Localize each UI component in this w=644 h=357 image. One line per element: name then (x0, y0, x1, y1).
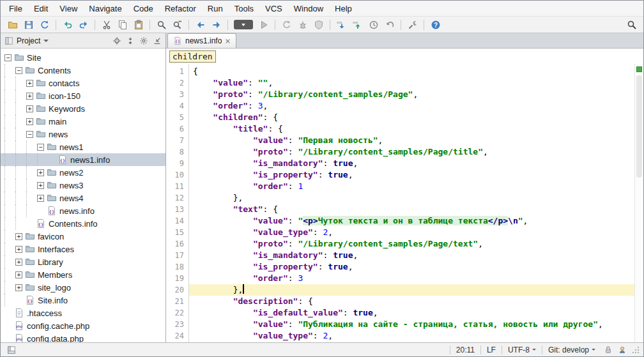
expand-toggle[interactable]: + (26, 93, 33, 100)
inspections-profile-icon[interactable] (618, 346, 627, 354)
code-line-23[interactable]: "value": "Публикация на сайте - страница… (189, 319, 634, 330)
expand-toggle[interactable]: − (4, 54, 12, 61)
line-number-2[interactable]: 2 (166, 77, 184, 89)
menu-vcs[interactable]: VCS (259, 2, 288, 15)
synchronize-button[interactable] (36, 18, 52, 32)
tree-item-contacts[interactable]: +contacts (1, 77, 165, 89)
editor-gutter[interactable]: 123456789101112131415161718192021222324 (166, 64, 189, 342)
locate-icon[interactable] (112, 36, 121, 45)
caret-position[interactable]: 20:11 (450, 346, 480, 354)
collapse-all-icon[interactable] (126, 36, 135, 45)
code-line-22[interactable]: "is_default_value": true, (189, 307, 634, 319)
tree-item-keywords[interactable]: +Keywords (1, 102, 165, 115)
code-line-24[interactable]: "value_type": 2, (189, 330, 634, 342)
hide-panel-icon[interactable] (153, 36, 162, 45)
update-project-button[interactable]: vcs (334, 18, 349, 32)
menu-refactor[interactable]: Refactor (159, 2, 202, 15)
tab-news1-info[interactable]: {} news1.info (167, 33, 236, 48)
code-line-21[interactable]: "description": { (189, 296, 634, 307)
tree-item-news3[interactable]: +news3 (1, 179, 165, 192)
tree-item-news[interactable]: −news (1, 128, 165, 141)
expand-toggle[interactable]: + (26, 80, 33, 87)
run-button[interactable] (256, 18, 272, 32)
code-line-13[interactable]: "text": { (189, 204, 634, 215)
line-number-11[interactable]: 11 (166, 181, 184, 192)
back-button[interactable] (192, 18, 208, 32)
tree-item-contents-info[interactable]: {}Contents.info (1, 217, 165, 230)
copy-button[interactable] (114, 18, 130, 32)
git-branch[interactable]: Git: develop (542, 346, 601, 354)
redo-button[interactable] (75, 18, 91, 32)
line-number-1[interactable]: 1 (166, 66, 184, 77)
menu-navigate[interactable]: Navigate (83, 2, 127, 15)
code-line-10[interactable]: "is_property": true, (189, 169, 634, 181)
expand-toggle[interactable]: + (26, 105, 33, 112)
line-separator[interactable]: LF (481, 346, 502, 354)
tree-item-config-cache-php[interactable]: phpconfig.cache.php (1, 319, 165, 332)
rerun-button[interactable] (279, 18, 295, 32)
code-line-8[interactable]: "proto": "/Library/content_samples/Page/… (189, 146, 634, 158)
expand-toggle[interactable]: − (37, 144, 44, 151)
code-line-14[interactable]: "value": "<p>Чуток текста и он в таблице… (189, 215, 634, 227)
menu-view[interactable]: View (54, 2, 83, 15)
menu-help[interactable]: Help (329, 2, 358, 15)
code-line-4[interactable]: "order": 3, (189, 100, 634, 112)
line-number-3[interactable]: 3 (166, 89, 184, 100)
line-number-7[interactable]: 7 (166, 135, 184, 146)
expand-toggle[interactable]: + (37, 195, 44, 202)
toolwindow-switcher-icon[interactable] (7, 346, 16, 354)
expand-toggle[interactable]: + (15, 271, 22, 278)
tree-item-library[interactable]: +Library (1, 255, 165, 268)
line-number-15[interactable]: 15 (166, 227, 184, 238)
file-encoding[interactable]: UTF-8 (502, 346, 542, 354)
tree-item-news1-info[interactable]: {}news1.info (1, 153, 165, 166)
tree-item-news2[interactable]: +news2 (1, 166, 165, 179)
expand-toggle[interactable]: + (26, 118, 33, 125)
line-number-9[interactable]: 9 (166, 158, 184, 169)
tree-item-news4[interactable]: +news4 (1, 192, 165, 204)
line-number-4[interactable]: 4 (166, 100, 184, 112)
code-line-16[interactable]: "proto": "/Library/content_samples/Page/… (189, 238, 634, 250)
tree-item-favicon[interactable]: +favicon (1, 230, 165, 243)
rollback-button[interactable] (381, 18, 397, 32)
line-number-12[interactable]: 12 (166, 192, 184, 204)
line-number-13[interactable]: 13 (166, 204, 184, 215)
lock-icon[interactable] (604, 346, 613, 354)
code-area[interactable]: { "value": "", "proto": "/Library/conten… (189, 64, 634, 342)
code-line-20[interactable]: }, (189, 284, 634, 296)
coverage-button[interactable] (310, 18, 326, 32)
save-all-button[interactable] (20, 18, 36, 32)
help-button[interactable]: ? (427, 18, 443, 32)
tree-item-icon-150[interactable]: +icon-150 (1, 89, 165, 102)
menu-edit[interactable]: Edit (28, 2, 54, 15)
run-configurations-combo[interactable] (234, 20, 253, 29)
expand-toggle[interactable]: − (26, 131, 33, 138)
tree-item-main[interactable]: +main (1, 115, 165, 128)
line-number-18[interactable]: 18 (166, 261, 184, 273)
line-number-17[interactable]: 17 (166, 250, 184, 261)
code-line-5[interactable]: "children": { (189, 112, 634, 123)
menu-window[interactable]: Window (288, 2, 329, 15)
tree-item-contents[interactable]: −Contents (1, 64, 165, 77)
code-line-6[interactable]: "title": { (189, 123, 634, 135)
line-number-14[interactable]: 14 (166, 215, 184, 227)
code-line-7[interactable]: "value": "Первая новость", (189, 135, 634, 146)
tree-item-site-info[interactable]: {}Site.info (1, 294, 165, 307)
forward-button[interactable] (208, 18, 224, 32)
code-line-17[interactable]: "is_mandatory": true, (189, 250, 634, 261)
tree-item-news-info[interactable]: {}news.info (1, 204, 165, 217)
line-number-8[interactable]: 8 (166, 146, 184, 158)
line-number-24[interactable]: 24 (166, 330, 184, 342)
menu-code[interactable]: Code (128, 2, 159, 15)
editor-scrollbar[interactable] (634, 64, 643, 342)
undo-button[interactable] (59, 18, 75, 32)
replace-button[interactable] (169, 18, 185, 32)
code-line-12[interactable]: }, (189, 192, 634, 204)
inspection-status-indicator[interactable] (636, 66, 642, 72)
line-number-23[interactable]: 23 (166, 319, 184, 330)
code-line-3[interactable]: "proto": "/Library/content_samples/Page"… (189, 89, 634, 100)
menu-file[interactable]: File (3, 2, 28, 15)
paste-button[interactable] (130, 18, 146, 32)
debug-button[interactable] (295, 18, 310, 32)
code-line-9[interactable]: "is_mandatory": true, (189, 158, 634, 169)
